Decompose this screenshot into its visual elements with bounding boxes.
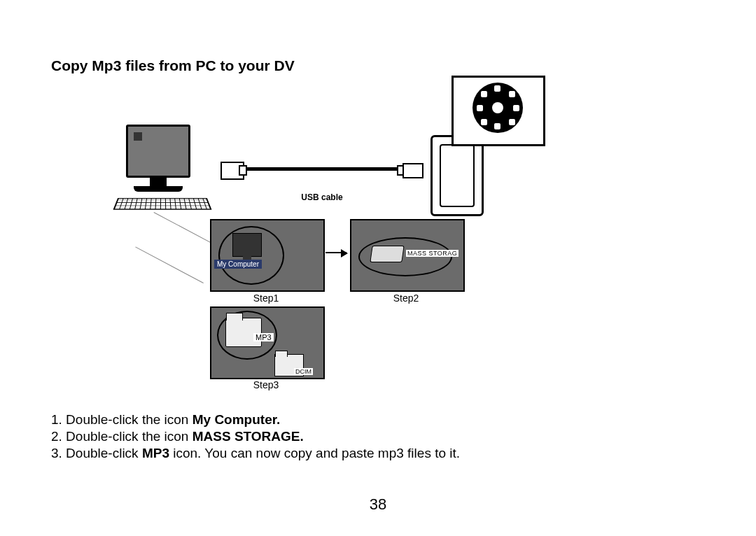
usb-cable-label: USB cable — [220, 192, 424, 202]
mass-storage-label: MASS STORAG — [406, 250, 458, 257]
keyboard-icon — [113, 198, 211, 210]
mode-dial-callout — [451, 76, 542, 160]
step3-caption: Step3 — [210, 379, 322, 390]
manual-page: Copy Mp3 files from PC to your DV USB ca… — [0, 0, 756, 536]
instruction-1: 1. Double-click the icon My Computer. — [51, 411, 460, 428]
step1-panel: My Computer — [210, 219, 325, 292]
instruction-bold: MASS STORAGE. — [192, 429, 304, 444]
instructions-list: 1. Double-click the icon My Computer. 2.… — [51, 411, 460, 461]
mp3-folder-label: MP3 — [253, 333, 274, 341]
instruction-text: 2. Double-click the icon — [51, 429, 192, 444]
arrow-right-icon — [326, 252, 346, 253]
instruction-text: icon. You can now copy and paste mp3 fil… — [169, 446, 460, 460]
instruction-bold: MP3 — [142, 446, 169, 460]
step2-caption: Step2 — [350, 292, 462, 304]
guide-line — [135, 212, 222, 283]
step3-panel: MP3 DCIM — [210, 306, 325, 379]
connection-diagram: USB cable My Computer — [115, 76, 640, 383]
step1-caption: Step1 — [210, 292, 322, 304]
page-title: Copy Mp3 files from PC to your DV — [51, 57, 295, 74]
mode-dial-icon — [472, 83, 523, 133]
instruction-text: 1. Double-click the icon — [51, 412, 192, 427]
instruction-2: 2. Double-click the icon MASS STORAGE. — [51, 428, 460, 445]
instruction-3: 3. Double-click MP3 icon. You can now co… — [51, 445, 460, 462]
usb-cable-icon: USB cable — [220, 156, 424, 191]
my-computer-label: My Computer — [214, 260, 262, 269]
my-computer-icon — [232, 233, 262, 257]
step2-panel: MASS STORAG — [350, 219, 465, 292]
instruction-bold: My Computer. — [192, 412, 281, 427]
dcim-folder-label: DCIM — [294, 368, 313, 375]
page-number: 38 — [0, 495, 756, 514]
folder-icon — [225, 318, 262, 347]
pc-monitor-icon — [126, 125, 190, 192]
mass-storage-icon — [370, 246, 404, 262]
instruction-text: 3. Double-click — [51, 446, 142, 460]
